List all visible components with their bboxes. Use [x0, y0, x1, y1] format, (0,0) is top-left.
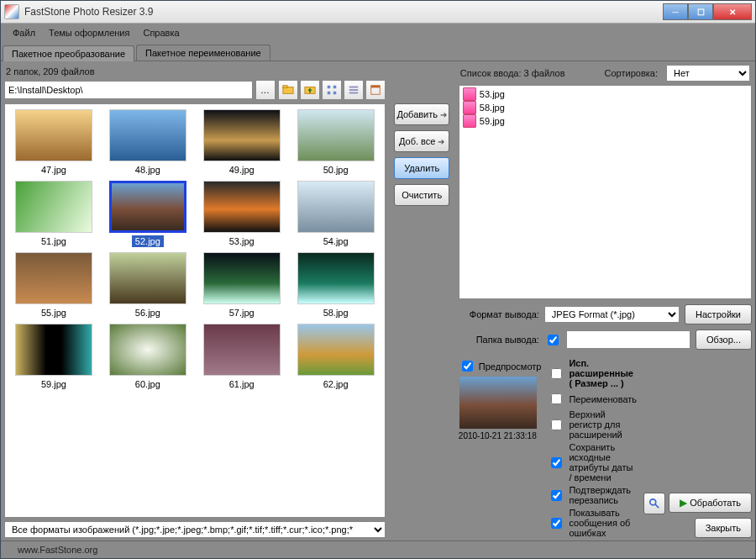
svg-rect-3 [327, 86, 330, 89]
list-item[interactable]: 53.jpg [461, 87, 749, 101]
thumbnail-image [109, 181, 186, 233]
tab-batch-convert[interactable]: Пакетное преобразование [3, 45, 134, 61]
browse-path-button[interactable]: … [255, 80, 276, 100]
magnifier-button[interactable] [643, 493, 665, 514]
thumbnail-item[interactable]: 48.jpg [102, 109, 193, 176]
use-advanced-label: Исп. расширенные ( Размер ... ) [569, 358, 637, 388]
thumbnail-grid[interactable]: 47.jpg48.jpg49.jpg50.jpg51.jpg52.jpg53.j… [4, 103, 386, 518]
list-item[interactable]: 59.jpg [461, 114, 749, 128]
thumbnail-filename: 49.jpg [226, 164, 258, 176]
sort-select[interactable]: Нет [666, 65, 750, 82]
format-settings-button[interactable]: Настройки [685, 304, 752, 324]
output-folder-checkbox[interactable] [548, 335, 559, 345]
app-window: FastStone Photo Resizer 3.9 ─ ☐ ✕ Файл Т… [0, 0, 756, 559]
thumbnail-item[interactable]: 49.jpg [197, 109, 287, 176]
minimize-button[interactable]: ─ [663, 3, 688, 20]
rename-checkbox[interactable] [551, 393, 562, 404]
thumbnail-filename: 56.jpg [132, 307, 164, 319]
keep-date-checkbox[interactable] [551, 457, 562, 468]
thumbnail-item[interactable]: 59.jpg [8, 324, 99, 390]
jpg-file-icon [463, 114, 476, 128]
view-details-icon[interactable] [365, 80, 386, 100]
folder-file-count: 2 папок, 209 файлов [4, 65, 386, 80]
maximize-button[interactable]: ☐ [688, 3, 713, 20]
thumbnail-item[interactable]: 50.jpg [291, 109, 381, 176]
arrow-right-icon: ➔ [440, 110, 447, 119]
view-list-icon[interactable] [344, 80, 364, 100]
thumbnail-item[interactable]: 52.jpg [102, 181, 193, 247]
output-format-select[interactable]: JPEG Format (*.jpg) [544, 306, 680, 323]
menu-help[interactable]: Справка [138, 26, 184, 40]
thumbnail-image [15, 181, 92, 233]
thumbnail-filename: 54.jpg [320, 235, 352, 247]
jpg-file-icon [463, 87, 476, 101]
thumbnail-filename: 53.jpg [226, 235, 258, 247]
thumbnail-filename: 57.jpg [226, 307, 258, 319]
keep-date-label: Сохранить исходные атрибуты даты / време… [569, 442, 637, 483]
menu-themes[interactable]: Темы оформления [44, 26, 134, 40]
upper-ext-checkbox[interactable] [551, 419, 562, 430]
view-thumbnails-icon[interactable] [322, 80, 342, 100]
sort-label: Сортировка: [605, 68, 658, 78]
thumbnail-item[interactable]: 57.jpg [197, 252, 287, 319]
thumbnail-item[interactable]: 56.jpg [102, 252, 193, 319]
jpg-file-icon [463, 101, 476, 114]
thumbnail-item[interactable]: 58.jpg [291, 252, 381, 319]
thumbnail-item[interactable]: 61.jpg [197, 324, 287, 390]
svg-rect-6 [333, 92, 336, 95]
confirm-overwrite-checkbox[interactable] [551, 490, 562, 501]
add-button[interactable]: Добавить➔ [394, 103, 449, 125]
list-item[interactable]: 58.jpg [461, 101, 749, 114]
process-button[interactable]: ▶ Обработать [669, 493, 752, 513]
source-pane: 2 папок, 209 файлов … 47.jpg48.jpg49.jpg… [4, 65, 386, 538]
thumbnail-image [109, 324, 186, 376]
new-folder-icon[interactable] [278, 80, 298, 100]
preview-thumbnail [459, 376, 538, 430]
use-advanced-checkbox[interactable] [551, 368, 562, 379]
thumbnail-filename: 47.jpg [38, 164, 70, 176]
thumbnail-filename: 52.jpg [132, 235, 164, 247]
tabstrip: Пакетное преобразование Пакетное переиме… [1, 42, 755, 61]
remove-button[interactable]: Удалить [394, 157, 449, 179]
source-path-input[interactable] [4, 81, 253, 99]
thumbnail-item[interactable]: 54.jpg [291, 181, 381, 247]
upper-ext-label: Верхний регистр для расширений [569, 409, 637, 440]
tab-batch-rename[interactable]: Пакетное переименование [136, 45, 270, 61]
thumbnail-image [297, 181, 375, 233]
file-filter-select[interactable]: Все форматы изображений (*.jpg;*.jpe;*.j… [4, 521, 386, 538]
svg-line-13 [655, 504, 659, 508]
thumbnail-item[interactable]: 53.jpg [197, 181, 287, 247]
add-all-button[interactable]: Доб. все➔ [394, 130, 449, 152]
up-folder-icon[interactable] [300, 80, 320, 100]
thumbnail-item[interactable]: 55.jpg [8, 252, 99, 319]
thumbnail-image [297, 324, 375, 376]
close-app-button[interactable]: Закрыть [695, 518, 752, 538]
clear-button[interactable]: Очистить [394, 184, 449, 206]
thumbnail-image [109, 252, 186, 304]
preview-checkbox[interactable] [462, 361, 473, 372]
thumbnail-image [297, 109, 375, 161]
close-button[interactable]: ✕ [713, 3, 752, 20]
output-folder-input[interactable] [566, 330, 690, 349]
confirm-overwrite-label: Подтверждать перезапись [569, 485, 637, 505]
titlebar: FastStone Photo Resizer 3.9 ─ ☐ ✕ [1, 1, 755, 24]
thumbnail-image [203, 109, 281, 161]
svg-rect-5 [327, 92, 330, 95]
thumbnail-filename: 59.jpg [38, 378, 70, 390]
preview-label: Предпросмотр [479, 361, 542, 372]
thumbnail-filename: 60.jpg [132, 378, 164, 390]
transfer-buttons: Добавить➔ Доб. все➔ Удалить Очистить [391, 65, 454, 538]
browse-output-button[interactable]: Обзор... [696, 330, 752, 350]
thumbnail-item[interactable]: 47.jpg [8, 109, 99, 176]
svg-point-12 [650, 499, 656, 505]
status-url: www.FastStone.org [18, 545, 97, 555]
thumbnail-item[interactable]: 51.jpg [8, 181, 99, 247]
menu-file[interactable]: Файл [8, 26, 40, 40]
input-file-list[interactable]: 53.jpg58.jpg59.jpg [459, 85, 752, 299]
statusbar: www.FastStone.org [1, 541, 755, 558]
input-list-label: Список ввода: 3 файлов [460, 68, 565, 78]
thumbnail-item[interactable]: 60.jpg [102, 324, 193, 390]
thumbnail-item[interactable]: 62.jpg [291, 324, 381, 390]
menubar: Файл Темы оформления Справка [1, 24, 755, 42]
show-errors-checkbox[interactable] [551, 518, 562, 529]
